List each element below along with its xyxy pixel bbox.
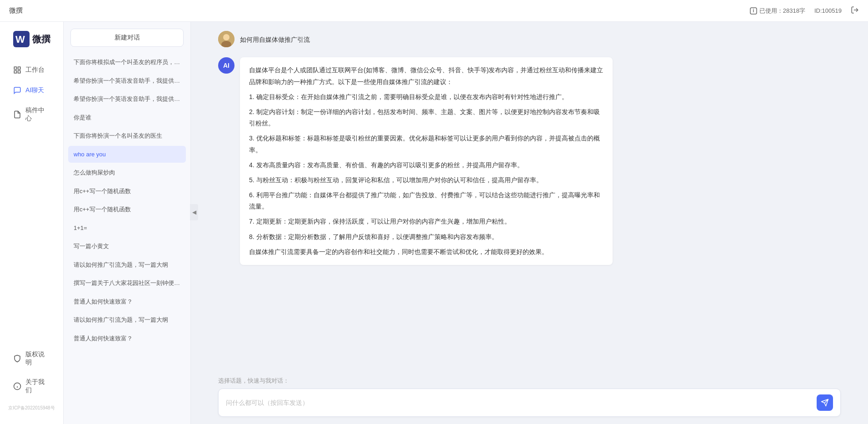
- chat-history-list: 下面你将模拟成一个叫圣友的程序员，我说... 希望你扮演一个英语发音助手，我提供…: [64, 54, 190, 424]
- list-item[interactable]: 下面你将扮演一个名叫圣友的医生: [68, 127, 186, 145]
- inbox-label: 稿件中心: [25, 106, 50, 123]
- svg-rect-5: [14, 67, 16, 69]
- list-item[interactable]: 1+1=: [68, 219, 186, 237]
- main-layout: W 微撰 工作台 AI聊天: [0, 22, 868, 424]
- icp-text: 京ICP备2022015948号: [0, 401, 63, 415]
- ai-paragraph-0: 自媒体平台是个人或团队通过互联网平台(如博客、微博、微信公众号、抖音、快手等)发…: [249, 65, 604, 87]
- list-item[interactable]: 下面你将模拟成一个叫圣友的程序员，我说...: [68, 54, 186, 71]
- ai-avatar: AI: [218, 57, 234, 74]
- logo-icon: W: [13, 31, 30, 47]
- input-box: [218, 389, 841, 417]
- ai-paragraph-5: 5. 与粉丝互动：积极与粉丝互动，回复评论和私信，可以增加用户对你的认可和信任，…: [249, 175, 604, 186]
- logout-icon[interactable]: [851, 6, 859, 15]
- chat-icon: [13, 86, 22, 95]
- topbar-title: 微撰: [9, 6, 750, 15]
- list-item[interactable]: 写一篇小黄文: [68, 238, 186, 255]
- ai-paragraph-2: 2. 制定内容计划：制定一份详细的内容计划，包括发布时间、频率、主题、文案、图片…: [249, 106, 604, 129]
- ai-paragraph-3: 3. 优化标题和标签：标题和标签是吸引粉丝的重要因素。优化标题和标签可以让更多的…: [249, 133, 604, 155]
- grid-icon: [13, 65, 22, 75]
- sidebar-toggle[interactable]: ◀: [190, 204, 198, 220]
- ai-paragraph-9: 自媒体推广引流需要具备一定的内容创作和社交能力，同时也需要不断尝试和优化，才能取…: [249, 246, 604, 258]
- chat-main: 如何用自媒体做推广引流 AI 自媒体平台是个人或团队通过互联网平台(如博客、微博…: [191, 22, 868, 424]
- info-icon: i: [750, 7, 757, 15]
- topbar: 微撰 i 已使用：28318字 ID:100519: [0, 0, 868, 22]
- svg-rect-8: [18, 71, 20, 73]
- topbar-usage: i 已使用：28318字: [750, 7, 805, 15]
- list-item[interactable]: 希望你扮演一个英语发音助手，我提供给你...: [68, 90, 186, 108]
- user-message-content: 如何用自媒体做推广引流: [240, 31, 310, 48]
- svg-text:i: i: [753, 8, 754, 13]
- sidebar-item-inbox[interactable]: 稿件中心: [4, 102, 60, 127]
- about-label: 关于我们: [25, 378, 50, 394]
- logo-text: 微撰: [32, 33, 50, 45]
- svg-rect-7: [14, 71, 16, 73]
- ai-paragraph-6: 6. 利用平台推广功能：自媒体平台都提供了推广功能，如广告投放、付费推广等，可以…: [249, 190, 604, 212]
- nav-items: 工作台 AI聊天 稿件中心: [0, 61, 63, 127]
- ai-paragraph-8: 8. 分析数据：定期分析数据，了解用户反馈和喜好，以便调整推广策略和内容发布频率…: [249, 231, 604, 243]
- chat-input[interactable]: [226, 397, 817, 408]
- list-item[interactable]: 普通人如何快速致富？: [68, 293, 186, 310]
- topbar-right: i 已使用：28318字 ID:100519: [750, 6, 859, 15]
- list-item[interactable]: 你是谁: [68, 109, 186, 126]
- svg-point-13: [223, 34, 229, 40]
- send-icon: [821, 399, 829, 407]
- sidebar-item-workbench[interactable]: 工作台: [4, 61, 60, 79]
- ai-paragraph-1: 1. 确定目标受众：在开始自媒体推广引流之前，需要明确目标受众是谁，以便在发布内…: [249, 91, 604, 103]
- ai-message: AI 自媒体平台是个人或团队通过互联网平台(如博客、微博、微信公众号、抖音、快手…: [218, 57, 841, 265]
- list-item[interactable]: 怎么做狗屎炒肉: [68, 164, 186, 181]
- ai-paragraph-7: 7. 定期更新：定期更新内容，保持活跃度，可以让用户对你的内容产生兴趣，增加用户…: [249, 216, 604, 227]
- send-button[interactable]: [817, 394, 833, 411]
- chat-input-area: 选择话题，快速与我对话：: [191, 372, 868, 424]
- chat-messages: 如何用自媒体做推广引流 AI 自媒体平台是个人或团队通过互联网平台(如博客、微博…: [191, 22, 868, 372]
- list-item[interactable]: 希望你扮演一个英语发音助手，我提供给你...: [68, 72, 186, 90]
- list-item[interactable]: 撰写一篇关于八大家花园社区一刻钟便民生...: [68, 274, 186, 292]
- usage-text: 已使用：28318字: [759, 7, 805, 15]
- chat-sidebar: 新建对话 下面你将模拟成一个叫圣友的程序员，我说... 希望你扮演一个英语发音助…: [64, 22, 191, 424]
- sidebar-item-about[interactable]: 关于我们: [4, 374, 60, 399]
- ai-paragraph-4: 4. 发布高质量内容：发布高质量、有价值、有趣的内容可以吸引更多的粉丝，并提高用…: [249, 160, 604, 171]
- svg-text:W: W: [15, 34, 25, 45]
- quick-topics-label: 选择话题，快速与我对话：: [218, 377, 841, 385]
- list-item[interactable]: 请以如何推广引流为题，写一篇大纲: [68, 311, 186, 329]
- list-item[interactable]: 用c++写一个随机函数: [68, 183, 186, 200]
- new-chat-button[interactable]: 新建对话: [70, 29, 184, 47]
- nav-bottom: 版权说明 关于我们 京ICP备2022015948号: [0, 346, 63, 415]
- list-item[interactable]: 用c++写一个随机函数: [68, 201, 186, 218]
- user-message: 如何用自媒体做推广引流: [218, 31, 841, 48]
- logo-area: W 微撰: [6, 31, 57, 47]
- shield-icon: [13, 354, 22, 363]
- sidebar-item-copyright[interactable]: 版权说明: [4, 346, 60, 371]
- info-circle-icon: [13, 382, 22, 391]
- nav-sidebar: W 微撰 工作台 AI聊天: [0, 22, 64, 424]
- copyright-label: 版权说明: [25, 350, 50, 367]
- file-icon: [13, 110, 22, 119]
- ai-message-content: 自媒体平台是个人或团队通过互联网平台(如博客、微博、微信公众号、抖音、快手等)发…: [240, 57, 613, 265]
- sidebar-item-ai-chat[interactable]: AI聊天: [4, 81, 60, 100]
- list-item[interactable]: 普通人如何快速致富？: [68, 330, 186, 347]
- list-item-active[interactable]: who are you: [68, 146, 186, 163]
- svg-rect-6: [18, 67, 20, 69]
- user-avatar: [218, 31, 234, 47]
- ai-chat-label: AI聊天: [25, 86, 44, 95]
- topbar-id: ID:100519: [814, 7, 842, 14]
- list-item[interactable]: 请以如何推广引流为题，写一篇大纲: [68, 256, 186, 274]
- workbench-label: 工作台: [25, 66, 45, 74]
